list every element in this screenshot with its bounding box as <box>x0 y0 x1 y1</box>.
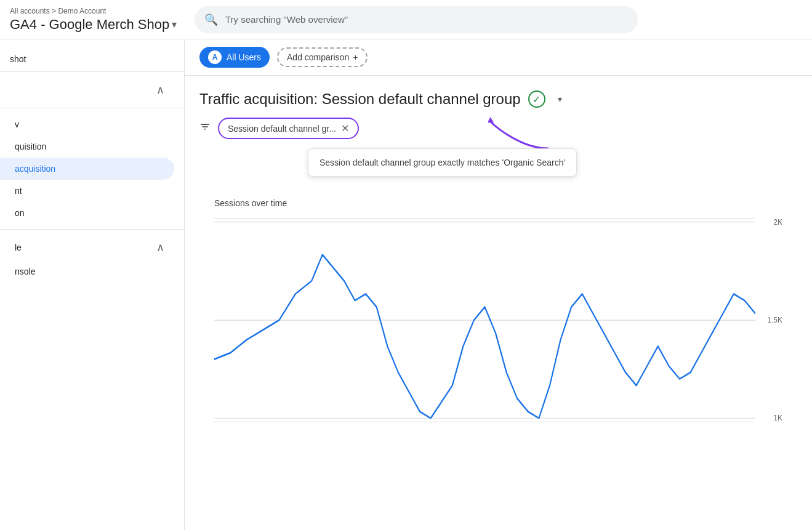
sidebar-divider-1 <box>0 71 184 72</box>
app-header: All accounts > Demo Account GA4 - Google… <box>0 0 812 39</box>
sidebar-item-label: le <box>15 243 22 252</box>
add-comparison-label: Add comparison <box>287 52 349 62</box>
main-layout: shot ∧ v quisition acquisition nt on <box>0 39 812 530</box>
app-title-dropdown-arrow[interactable]: ▾ <box>172 18 177 30</box>
sidebar-section-top: shot ∧ v quisition acquisition nt on <box>0 44 184 287</box>
breadcrumb-demo-account[interactable]: Demo Account <box>58 7 106 15</box>
sidebar-item-label: nsole <box>15 267 35 276</box>
y-label-mid: 1.5K <box>758 316 782 324</box>
sidebar-item-label: v <box>15 119 19 129</box>
chart-section: Sessions over time 2K 1.5K 1K <box>199 188 797 435</box>
breadcrumb-separator: > <box>52 7 58 15</box>
y-label-bottom: 1K <box>758 414 782 422</box>
sidebar-item-label: quisition <box>15 142 46 151</box>
sidebar-item-snapshot[interactable]: shot <box>0 49 174 66</box>
sidebar-item-label: shot <box>10 54 26 64</box>
search-placeholder: Try searching "Web overview" <box>225 14 348 25</box>
report-title-row: Traffic acquisition: Session default cha… <box>199 90 797 108</box>
sidebar-item-on[interactable]: on <box>0 202 174 224</box>
app-title-text: GA4 - Google Merch Shop <box>10 17 169 33</box>
app-title[interactable]: GA4 - Google Merch Shop ▾ <box>10 17 195 33</box>
chart-line-svg <box>214 215 755 425</box>
sidebar-item-v[interactable]: v <box>0 113 174 135</box>
report-title: Traffic acquisition: Session default cha… <box>199 90 521 108</box>
sidebar-item-label: acquisition <box>15 164 55 174</box>
report-header: Traffic acquisition: Session default cha… <box>185 76 812 444</box>
sidebar-item-le[interactable]: le ∧ <box>0 235 174 260</box>
sidebar-collapse-btn[interactable]: ∧ <box>0 77 174 103</box>
search-icon: 🔍 <box>204 13 218 26</box>
title-dropdown-icon[interactable]: ▾ <box>553 92 568 106</box>
sidebar-item-label: nt <box>15 186 22 196</box>
search-bar[interactable]: 🔍 Try searching "Web overview" <box>195 6 638 33</box>
breadcrumb-all-accounts[interactable]: All accounts <box>10 7 50 15</box>
chart-y-labels: 2K 1.5K 1K <box>758 215 782 425</box>
sidebar-item-nsole[interactable]: nsole <box>0 260 174 283</box>
content-area: A All Users Add comparison + Traffic acq… <box>185 39 812 530</box>
segment-bar: A All Users Add comparison + <box>185 39 812 76</box>
sidebar-divider-2 <box>0 108 184 108</box>
breadcrumb[interactable]: All accounts > Demo Account <box>10 7 195 15</box>
chip-letter: A <box>208 50 222 64</box>
verified-icon[interactable]: ✓ <box>528 90 545 108</box>
sidebar-item-nt[interactable]: nt <box>0 180 174 202</box>
sidebar-item-acquisition-parent[interactable]: quisition <box>0 135 174 158</box>
y-label-top: 2K <box>758 218 782 227</box>
sidebar-item-label: on <box>15 208 25 218</box>
add-comparison-plus-icon: + <box>353 52 358 62</box>
sidebar-item-traffic-acquisition[interactable]: acquisition <box>0 158 174 180</box>
add-comparison-button[interactable]: Add comparison + <box>277 47 368 67</box>
filter-chip-clear-icon[interactable]: ✕ <box>341 122 349 134</box>
filter-tooltip: Session default channel group exactly ma… <box>308 148 577 177</box>
chevron-up-icon-2: ∧ <box>156 241 164 254</box>
chevron-up-icon: ∧ <box>156 83 164 97</box>
sidebar-divider-3 <box>0 229 184 230</box>
chip-label: All Users <box>227 52 261 62</box>
sidebar: shot ∧ v quisition acquisition nt on <box>0 39 185 530</box>
filter-chip-text: Session default channel gr... <box>228 124 336 134</box>
filter-funnel-icon <box>199 121 211 135</box>
tooltip-text: Session default channel group exactly ma… <box>320 158 565 167</box>
header-left: All accounts > Demo Account GA4 - Google… <box>10 7 195 33</box>
filter-chip[interactable]: Session default channel gr... ✕ <box>218 118 359 139</box>
chart-container: 2K 1.5K 1K <box>214 215 782 425</box>
all-users-chip[interactable]: A All Users <box>199 47 270 68</box>
filter-row: Session default channel gr... ✕ <box>199 118 797 139</box>
chart-label: Sessions over time <box>214 198 782 208</box>
